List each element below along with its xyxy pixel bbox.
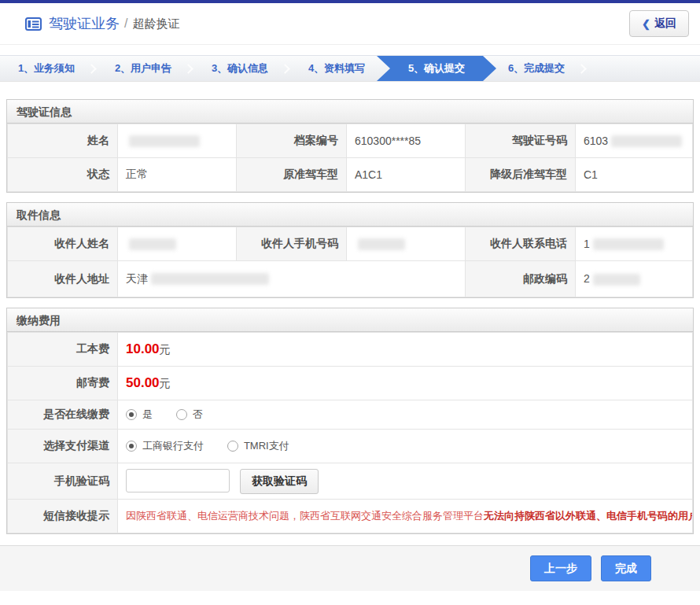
get-sms-code-button[interactable]: 获取验证码: [240, 469, 319, 494]
page-title: 驾驶证业务: [49, 14, 120, 33]
downgraded-vehicle-class-label: 降级后准驾车型: [466, 158, 576, 192]
sms-code-field-row: 获取验证码: [118, 463, 693, 500]
table-row: 姓名 档案编号 610300****85 驾驶证号码 6103: [8, 124, 693, 158]
table-row: 短信接收提示 因陕西省联通、电信运营商技术问题，陕西省互联网交通安全综合服务管理…: [8, 500, 693, 533]
payment-title: 缴纳费用: [7, 308, 693, 332]
step-2-user-declaration: 2、用户申告: [97, 56, 190, 81]
recipient-name-value: [118, 227, 237, 261]
production-fee-value: 10.00元: [118, 333, 693, 367]
table-row: 收件人姓名 收件人手机号码 收件人联系电话 1: [8, 227, 693, 261]
pickup-info-title: 取件信息: [7, 203, 693, 227]
radio-icbc-pay[interactable]: 工商银行支付: [126, 439, 204, 453]
sms-notice-part1: 因陕西省联通、电信运营商技术问题，陕西省互联网交通安全综合服务管理平台: [126, 510, 484, 522]
table-row: 是否在线缴费 是 否: [8, 400, 693, 430]
radio-selected-icon: [126, 409, 137, 420]
payment-section: 缴纳费用 工本费 10.00元 邮寄费 50.00元 是否在线缴费 是 否 选择…: [6, 308, 694, 534]
sms-notice-bold: 无法向持陕西省以外联通、电信手机号码的用户发送短信: [484, 510, 693, 522]
name-value: [118, 124, 237, 158]
mailing-fee-amount: 50.00: [126, 375, 160, 390]
bottom-strip: [0, 591, 700, 596]
redacted-value: [358, 238, 405, 250]
radio-unselected-icon: [176, 409, 187, 420]
sms-code-label: 手机验证码: [8, 463, 118, 500]
back-button-label: 返回: [654, 17, 676, 31]
archive-number-value: 610300****85: [347, 124, 466, 158]
payment-channel-options: 工商银行支付 TMRI支付: [118, 430, 693, 463]
table-row: 手机验证码 获取验证码: [8, 463, 693, 500]
recipient-address-label: 收件人地址: [8, 261, 118, 297]
archive-number-label: 档案编号: [237, 124, 347, 158]
redacted-value: [593, 238, 664, 250]
pickup-info-table: 收件人姓名 收件人手机号码 收件人联系电话 1 收件人地址 天津 邮政编码 2: [7, 227, 693, 297]
license-info-section: 驾驶证信息 姓名 档案编号 610300****85 驾驶证号码 6103 状态…: [6, 99, 694, 193]
breadcrumb-separator: /: [124, 17, 127, 31]
sms-notice-text: 因陕西省联通、电信运营商技术问题，陕西省互联网交通安全综合服务管理平台无法向持陕…: [118, 500, 693, 533]
step-1-business-notes: 1、业务须知: [0, 56, 93, 81]
pickup-info-section: 取件信息 收件人姓名 收件人手机号码 收件人联系电话 1 收件人地址 天津 邮政…: [6, 202, 694, 298]
list-form-icon: [25, 17, 42, 31]
recipient-mobile-value: [347, 227, 466, 261]
footer-action-bar: 上一步 完成: [0, 545, 700, 591]
online-payment-label: 是否在线缴费: [8, 400, 118, 430]
sms-code-input[interactable]: [126, 469, 230, 492]
back-button[interactable]: ❮ 返回: [629, 10, 689, 37]
redacted-value: [129, 238, 176, 250]
finish-button[interactable]: 完成: [601, 555, 651, 581]
table-row: 选择支付渠道 工商银行支付 TMRI支付: [8, 430, 693, 463]
step-4-fill-materials: 4、资料填写: [290, 56, 383, 81]
status-value: 正常: [118, 158, 237, 192]
table-row: 工本费 10.00元: [8, 333, 693, 367]
fee-unit: 元: [160, 377, 171, 389]
table-row: 状态 正常 原准驾车型 A1C1 降级后准驾车型 C1: [8, 158, 693, 192]
original-vehicle-class-label: 原准驾车型: [237, 158, 347, 192]
recipient-name-label: 收件人姓名: [8, 227, 118, 261]
step-3-confirm-info: 3、确认信息: [193, 56, 286, 81]
sms-notice-label: 短信接收提示: [8, 500, 118, 533]
redacted-value: [151, 273, 269, 285]
table-row: 邮寄费 50.00元: [8, 367, 693, 400]
chevron-left-icon: ❮: [642, 18, 650, 30]
redacted-value: [129, 135, 200, 147]
postal-code-value: 2: [576, 261, 693, 297]
redacted-value: [611, 135, 682, 147]
payment-channel-label: 选择支付渠道: [8, 430, 118, 463]
license-info-table: 姓名 档案编号 610300****85 驾驶证号码 6103 状态 正常 原准…: [7, 124, 693, 192]
recipient-phone-label: 收件人联系电话: [466, 227, 576, 261]
step-6-complete-submit: 6、完成提交: [490, 56, 583, 81]
license-info-title: 驾驶证信息: [7, 100, 693, 124]
radio-selected-icon: [126, 441, 137, 452]
production-fee-amount: 10.00: [126, 341, 160, 356]
breadcrumb-current: 超龄换证: [132, 17, 179, 31]
fee-unit: 元: [160, 343, 171, 356]
name-label: 姓名: [8, 124, 118, 158]
online-payment-options: 是 否: [118, 400, 693, 430]
status-label: 状态: [8, 158, 118, 192]
previous-step-button[interactable]: 上一步: [530, 555, 591, 581]
recipient-address-value: 天津: [118, 261, 466, 297]
table-row: 收件人地址 天津 邮政编码 2: [8, 261, 693, 297]
mailing-fee-label: 邮寄费: [8, 367, 118, 400]
radio-online-no[interactable]: 否: [176, 408, 203, 422]
radio-tmri-pay[interactable]: TMRI支付: [227, 439, 289, 453]
license-number-value: 6103: [576, 124, 693, 158]
downgraded-vehicle-class-value: C1: [576, 158, 693, 192]
page-header: 驾驶证业务 / 超龄换证 ❮ 返回: [0, 3, 700, 45]
recipient-phone-value: 1: [576, 227, 693, 261]
production-fee-label: 工本费: [8, 333, 118, 367]
license-number-label: 驾驶证号码: [466, 124, 576, 158]
radio-online-yes[interactable]: 是: [126, 408, 153, 422]
redacted-value: [593, 274, 640, 286]
recipient-mobile-label: 收件人手机号码: [237, 227, 347, 261]
original-vehicle-class-value: A1C1: [347, 158, 466, 192]
radio-unselected-icon: [227, 441, 238, 452]
mailing-fee-value: 50.00元: [118, 367, 693, 400]
step-bar-filler: [587, 56, 700, 81]
step-5-confirm-submit-active: 5、确认提交: [377, 56, 496, 81]
postal-code-label: 邮政编码: [466, 261, 576, 297]
step-progress-bar: 1、业务须知 2、用户申告 3、确认信息 4、资料填写 5、确认提交 6、完成提…: [0, 55, 700, 82]
payment-table: 工本费 10.00元 邮寄费 50.00元 是否在线缴费 是 否 选择支付渠道 …: [7, 332, 693, 533]
